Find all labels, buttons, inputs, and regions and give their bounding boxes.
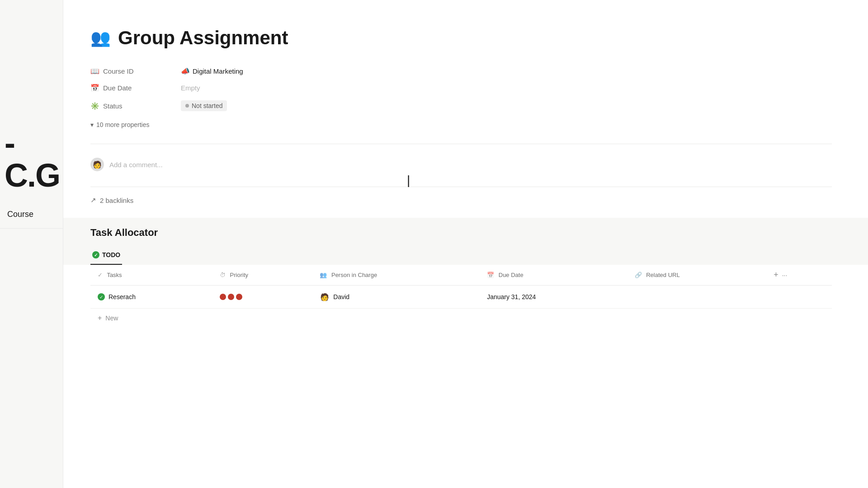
task-name-cell[interactable]: ✓ Reserach <box>90 286 212 309</box>
sidebar: - C.G Course <box>0 0 63 488</box>
table-row: ✓ Reserach 🧑 Dav <box>90 286 832 309</box>
page-title-icon: 👥 <box>90 28 111 47</box>
more-options-button[interactable]: ··· <box>782 272 788 279</box>
tab-todo[interactable]: ✓ TODO <box>90 248 122 265</box>
col-header-due-date: 📅 Due Date <box>480 265 627 286</box>
person-avatar-icon: 🧑 <box>320 292 330 302</box>
priority-dot-3 <box>236 294 242 300</box>
tabs-row: ✓ TODO <box>90 248 832 265</box>
status-badge[interactable]: Not started <box>181 100 227 111</box>
related-url-cell[interactable] <box>627 286 767 309</box>
backlinks-icon: ↗ <box>90 196 96 204</box>
add-column-button[interactable]: + <box>774 270 778 280</box>
page-title: Group Assignment <box>118 27 288 49</box>
more-properties-toggle[interactable]: ▾ 10 more properties <box>90 119 832 130</box>
tasks-col-icon: ✓ <box>98 272 103 278</box>
col-header-actions: + ··· <box>766 265 832 286</box>
priority-dot-2 <box>228 294 234 300</box>
col-header-related-url: 🔗 Related URL <box>627 265 767 286</box>
url-col-icon: 🔗 <box>635 272 642 278</box>
col-header-person-in-charge: 👥 Person in Charge <box>312 265 480 286</box>
megaphone-icon: 📣 <box>181 67 190 75</box>
table-header-actions: + ··· <box>774 270 825 280</box>
course-id-property: 📖 Course ID 📣 Digital Marketing <box>90 67 832 75</box>
comment-avatar: 🧑 <box>90 158 104 171</box>
course-id-value[interactable]: 📣 Digital Marketing <box>181 67 243 75</box>
task-check-icon: ✓ <box>98 293 105 300</box>
course-id-label: 📖 Course ID <box>90 67 181 75</box>
chevron-down-icon: ▾ <box>90 121 94 128</box>
row-actions-cell <box>766 286 832 309</box>
task-table-wrapper: ✓ Tasks ⏱ Priority 👥 Person in Charge 📅 … <box>63 265 868 328</box>
status-value[interactable]: Not started <box>181 100 227 111</box>
due-date-col-icon: 📅 <box>487 272 494 278</box>
text-cursor: | <box>407 174 868 187</box>
priority-dot-1 <box>220 294 226 300</box>
task-section-title: Task Allocator <box>90 227 832 239</box>
task-table: ✓ Tasks ⏱ Priority 👥 Person in Charge 📅 … <box>90 265 832 309</box>
due-date-property: 📅 Due Date Empty <box>90 84 832 92</box>
due-date-label: 📅 Due Date <box>90 84 181 92</box>
tab-check-icon: ✓ <box>92 251 99 258</box>
priority-dots <box>220 294 305 300</box>
priority-col-icon: ⏱ <box>220 272 226 278</box>
section-divider-2 <box>90 187 832 187</box>
row-due-date-cell[interactable]: January 31, 2024 <box>480 286 627 309</box>
new-row-button[interactable]: + New <box>90 309 832 328</box>
task-allocator-section: Task Allocator ✓ TODO <box>63 218 868 265</box>
comment-input[interactable]: Add a comment... <box>109 161 163 169</box>
status-dot <box>185 104 189 108</box>
backlinks-row[interactable]: ↗ 2 backlinks <box>90 196 832 204</box>
page-title-row: 👥 Group Assignment <box>90 27 832 49</box>
calendar-icon: 📅 <box>90 84 99 92</box>
due-date-value[interactable]: Empty <box>181 84 200 92</box>
new-plus-icon: + <box>98 314 102 322</box>
status-icon: ✳️ <box>90 102 99 110</box>
book-icon: 📖 <box>90 67 99 75</box>
section-divider-1 <box>90 144 832 144</box>
priority-cell[interactable] <box>212 286 312 309</box>
user-icon: 🧑 <box>93 160 102 169</box>
sidebar-course-label[interactable]: Course <box>0 192 63 219</box>
person-cell[interactable]: 🧑 David <box>312 286 480 309</box>
col-header-priority: ⏱ Priority <box>212 265 312 286</box>
sidebar-initials: - C.G <box>0 0 63 192</box>
main-content: 👥 Group Assignment 📖 Course ID 📣 Digital… <box>63 0 868 488</box>
person-col-icon: 👥 <box>320 272 327 278</box>
sidebar-divider <box>0 228 63 229</box>
col-header-tasks: ✓ Tasks <box>90 265 212 286</box>
comment-row[interactable]: 🧑 Add a comment... <box>90 153 832 176</box>
status-property: ✳️ Status Not started <box>90 100 832 111</box>
status-label: ✳️ Status <box>90 102 181 110</box>
